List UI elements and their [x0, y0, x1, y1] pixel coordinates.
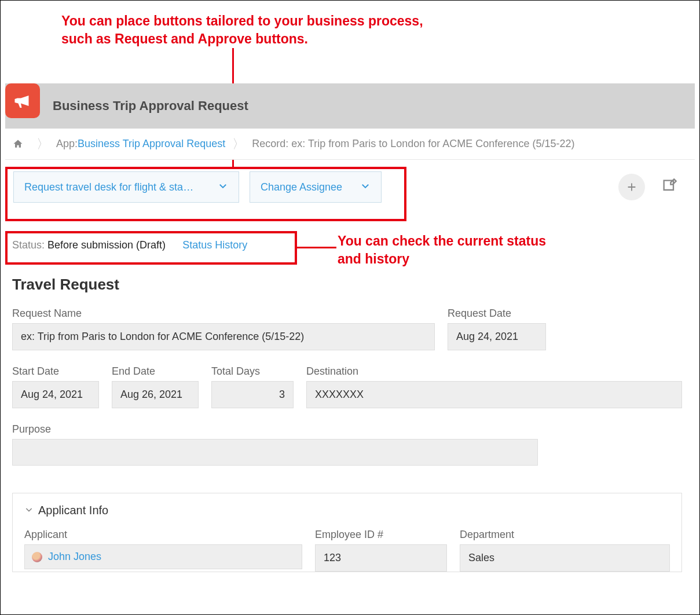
pencil-icon — [661, 178, 677, 194]
applicant-label: Applicant — [24, 529, 302, 541]
chevron-down-icon — [360, 181, 371, 194]
applicant-name-link[interactable]: John Jones — [48, 551, 101, 563]
status-history-link[interactable]: Status History — [182, 239, 247, 251]
request-travel-label: Request travel desk for flight & sta… — [24, 181, 193, 193]
total-days-value: 3 — [211, 381, 294, 408]
app-header: Business Trip Approval Request — [5, 83, 695, 129]
actions-row: Request travel desk for flight & sta… Ch… — [5, 160, 695, 214]
department-value: Sales — [460, 544, 670, 572]
add-button[interactable] — [618, 174, 645, 200]
avatar — [32, 552, 42, 562]
breadcrumb-app-link[interactable]: Business Trip Approval Request — [78, 138, 225, 150]
applicant-section: Applicant Info Applicant John Jones Empl… — [12, 493, 682, 572]
annotation-line-horizontal — [297, 247, 336, 248]
chevron-down-icon — [24, 504, 34, 517]
destination-value: XXXXXXX — [306, 381, 682, 408]
department-label: Department — [460, 529, 670, 541]
request-date-value: Aug 24, 2021 — [448, 323, 546, 350]
annotation-status: You can check the current statusand hist… — [338, 232, 546, 268]
home-icon[interactable] — [12, 138, 24, 150]
end-date-label: End Date — [112, 365, 199, 378]
status-label: Status: — [12, 239, 47, 251]
breadcrumb-app-prefix: App: — [56, 138, 78, 150]
start-date-value: Aug 24, 2021 — [12, 381, 99, 408]
request-name-value: ex: Trip from Paris to London for ACME C… — [12, 323, 435, 350]
applicant-info-toggle[interactable]: Applicant Info — [24, 504, 670, 517]
destination-label: Destination — [306, 365, 682, 378]
plus-icon — [625, 181, 638, 193]
megaphone-icon — [12, 90, 33, 111]
applicant-info-title: Applicant Info — [38, 504, 108, 517]
app-icon — [5, 83, 40, 118]
purpose-value — [12, 439, 538, 466]
status-row: Status: Before submission (Draft) Status… — [12, 239, 247, 251]
chevron-icon: 〉 — [232, 136, 245, 153]
applicant-field: John Jones — [24, 544, 302, 569]
request-travel-button[interactable]: Request travel desk for flight & sta… — [13, 171, 239, 203]
total-days-label: Total Days — [211, 365, 294, 378]
breadcrumb-record: Record: ex: Trip from Paris to London fo… — [252, 138, 574, 150]
chevron-down-icon — [218, 181, 228, 194]
request-date-label: Request Date — [448, 308, 546, 320]
change-assignee-label: Change Assignee — [261, 181, 342, 193]
annotation-top: You can place buttons tailored to your b… — [61, 12, 423, 48]
request-name-label: Request Name — [12, 308, 435, 320]
end-date-value: Aug 26, 2021 — [112, 381, 199, 408]
app-title: Business Trip Approval Request — [53, 98, 248, 114]
change-assignee-button[interactable]: Change Assignee — [250, 171, 382, 203]
status-value: Before submission (Draft) — [47, 239, 166, 251]
employee-id-value: 123 — [315, 544, 447, 572]
employee-id-label: Employee ID # — [315, 529, 447, 541]
form-area: Request Name ex: Trip from Paris to Lond… — [12, 308, 682, 481]
start-date-label: Start Date — [12, 365, 99, 378]
breadcrumb: 〉 App: Business Trip Approval Request 〉 … — [5, 129, 695, 160]
section-title: Travel Request — [12, 276, 119, 294]
purpose-label: Purpose — [12, 423, 538, 435]
chevron-icon: 〉 — [36, 136, 49, 153]
edit-button[interactable] — [661, 178, 677, 197]
